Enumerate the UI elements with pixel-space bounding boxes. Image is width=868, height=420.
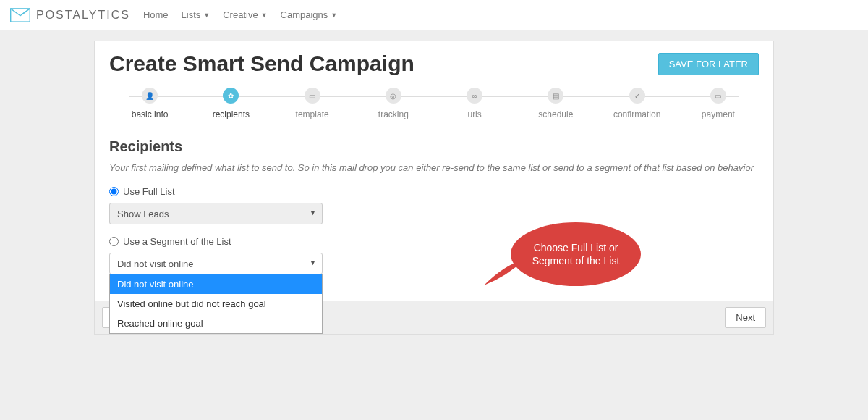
- card-body: Recipients Your first mailing defined wh…: [95, 130, 773, 301]
- stepper: 👤basic info ✿recipients ▭template ◎track…: [95, 83, 773, 130]
- caret-down-icon: ▼: [331, 12, 337, 19]
- card-icon: ▭: [710, 88, 726, 104]
- nav-creative[interactable]: Creative▼: [223, 9, 267, 20]
- step-template[interactable]: ▭template: [272, 88, 353, 119]
- option-full-list-label: Use Full List: [123, 186, 175, 197]
- segment-option-0[interactable]: Did not visit online: [110, 274, 322, 294]
- card-header: Create Smart Send Campaign SAVE FOR LATE…: [95, 41, 773, 83]
- option-segment-label: Use a Segment of the List: [123, 236, 231, 247]
- step-confirmation[interactable]: ✓confirmation: [597, 88, 678, 119]
- section-helper: Your first mailing defined what list to …: [109, 162, 759, 173]
- full-list-select-wrap: Show Leads: [109, 203, 323, 224]
- target-icon: ◎: [386, 88, 401, 104]
- users-icon: ✿: [223, 88, 239, 104]
- step-basic-info[interactable]: 👤basic info: [109, 88, 190, 119]
- nav-campaigns[interactable]: Campaigns▼: [281, 9, 338, 20]
- page-title: Create Smart Send Campaign: [109, 51, 414, 76]
- radio-segment[interactable]: [109, 237, 119, 246]
- step-payment[interactable]: ▭payment: [678, 88, 759, 119]
- calendar-icon: ▤: [548, 88, 563, 104]
- step-recipients[interactable]: ✿recipients: [190, 88, 271, 119]
- envelope-icon: [10, 8, 30, 22]
- full-list-select[interactable]: Show Leads: [109, 203, 323, 224]
- user-icon: 👤: [142, 88, 158, 104]
- caret-down-icon: ▼: [261, 12, 268, 19]
- nav-home[interactable]: Home: [143, 9, 169, 20]
- page-icon: ▭: [305, 88, 320, 104]
- option-full-list[interactable]: Use Full List: [109, 186, 759, 197]
- segment-select[interactable]: Did not visit online: [109, 253, 323, 274]
- segment-dropdown: Did not visit online Visited online but …: [109, 274, 323, 334]
- segment-option-1[interactable]: Visited online but did not reach goal: [110, 294, 322, 314]
- step-schedule[interactable]: ▤schedule: [515, 88, 596, 119]
- check-icon: ✓: [629, 88, 645, 104]
- link-icon: ∞: [467, 88, 482, 104]
- next-button[interactable]: Next: [725, 307, 766, 328]
- campaign-card: Create Smart Send Campaign SAVE FOR LATE…: [94, 41, 774, 335]
- radio-full-list[interactable]: [109, 187, 119, 196]
- step-tracking[interactable]: ◎tracking: [353, 88, 434, 119]
- caret-down-icon: ▼: [203, 12, 210, 19]
- top-nav: POSTALYTICS Home Lists▼ Creative▼ Campai…: [0, 0, 868, 30]
- brand-text: POSTALYTICS: [36, 9, 130, 22]
- segment-option-2[interactable]: Reached online goal: [110, 314, 322, 333]
- section-title: Recipients: [109, 138, 759, 155]
- brand-logo[interactable]: POSTALYTICS: [10, 8, 130, 22]
- step-urls[interactable]: ∞urls: [434, 88, 515, 119]
- nav-links: Home Lists▼ Creative▼ Campaigns▼: [143, 9, 337, 20]
- nav-lists[interactable]: Lists▼: [182, 9, 210, 20]
- annotation-callout: Choose Full List or Segment of the List: [511, 222, 641, 286]
- save-for-later-button[interactable]: SAVE FOR LATER: [658, 53, 759, 75]
- option-segment[interactable]: Use a Segment of the List: [109, 236, 759, 247]
- segment-select-wrap: Did not visit online Did not visit onlin…: [109, 253, 323, 274]
